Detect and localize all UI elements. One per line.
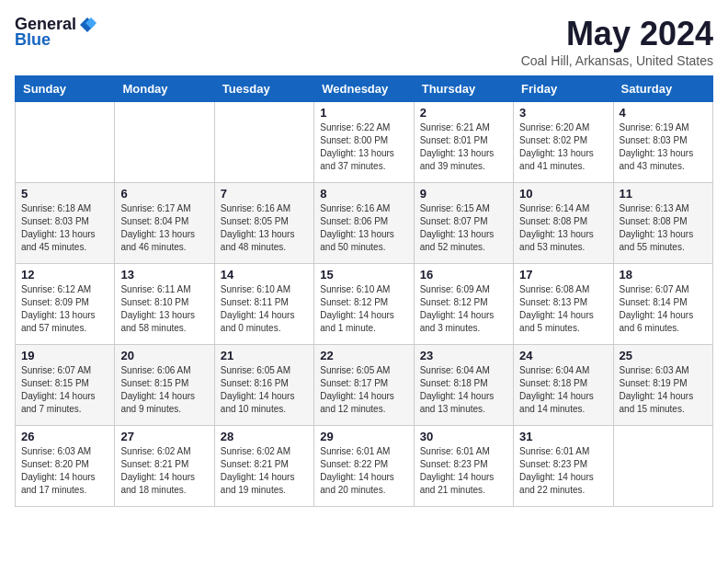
day-number: 22	[320, 349, 407, 362]
day-info: Sunrise: 6:15 AM Sunset: 8:07 PM Dayligh…	[420, 202, 507, 254]
day-info: Sunrise: 6:07 AM Sunset: 8:14 PM Dayligh…	[620, 283, 707, 335]
day-number: 29	[320, 430, 407, 443]
calendar-cell: 1Sunrise: 6:22 AM Sunset: 8:00 PM Daylig…	[314, 102, 414, 183]
calendar-table: SundayMondayTuesdayWednesdayThursdayFrid…	[15, 75, 713, 507]
day-info: Sunrise: 6:13 AM Sunset: 8:08 PM Dayligh…	[620, 202, 707, 254]
calendar-cell: 21Sunrise: 6:05 AM Sunset: 8:16 PM Dayli…	[214, 345, 313, 426]
calendar-cell: 28Sunrise: 6:02 AM Sunset: 8:21 PM Dayli…	[214, 426, 313, 507]
calendar-cell: 5Sunrise: 6:18 AM Sunset: 8:03 PM Daylig…	[16, 183, 115, 264]
day-info: Sunrise: 6:10 AM Sunset: 8:11 PM Dayligh…	[221, 283, 308, 335]
day-number: 7	[221, 187, 308, 201]
day-number: 9	[420, 187, 507, 201]
day-info: Sunrise: 6:12 AM Sunset: 8:09 PM Dayligh…	[21, 283, 108, 335]
month-title: May 2024	[521, 15, 713, 53]
day-number: 30	[420, 430, 507, 443]
calendar-cell: 30Sunrise: 6:01 AM Sunset: 8:23 PM Dayli…	[414, 426, 513, 507]
day-info: Sunrise: 6:22 AM Sunset: 8:00 PM Dayligh…	[320, 121, 407, 173]
calendar-cell: 27Sunrise: 6:02 AM Sunset: 8:21 PM Dayli…	[115, 426, 214, 507]
calendar-week-3: 12Sunrise: 6:12 AM Sunset: 8:09 PM Dayli…	[16, 264, 713, 345]
day-number: 11	[620, 187, 707, 201]
day-info: Sunrise: 6:14 AM Sunset: 8:08 PM Dayligh…	[519, 202, 607, 254]
calendar-week-1: 1Sunrise: 6:22 AM Sunset: 8:00 PM Daylig…	[16, 102, 713, 183]
day-info: Sunrise: 6:07 AM Sunset: 8:15 PM Dayligh…	[21, 364, 108, 416]
day-number: 26	[21, 430, 108, 443]
weekday-header-wednesday: Wednesday	[314, 76, 414, 102]
header: General Blue May 2024 Coal Hill, Arkansa…	[15, 15, 713, 68]
calendar-week-4: 19Sunrise: 6:07 AM Sunset: 8:15 PM Dayli…	[16, 345, 713, 426]
location: Coal Hill, Arkansas, United States	[521, 53, 713, 68]
day-info: Sunrise: 6:02 AM Sunset: 8:21 PM Dayligh…	[221, 445, 308, 497]
day-number: 10	[519, 187, 607, 201]
day-info: Sunrise: 6:03 AM Sunset: 8:20 PM Dayligh…	[21, 445, 108, 497]
calendar-cell: 17Sunrise: 6:08 AM Sunset: 8:13 PM Dayli…	[514, 264, 613, 345]
logo-icon	[78, 16, 97, 34]
calendar-cell: 23Sunrise: 6:04 AM Sunset: 8:18 PM Dayli…	[414, 345, 513, 426]
day-info: Sunrise: 6:05 AM Sunset: 8:17 PM Dayligh…	[320, 364, 407, 416]
calendar-cell	[214, 102, 313, 183]
day-number: 21	[221, 349, 308, 362]
calendar-cell: 22Sunrise: 6:05 AM Sunset: 8:17 PM Dayli…	[314, 345, 414, 426]
day-info: Sunrise: 6:21 AM Sunset: 8:01 PM Dayligh…	[420, 121, 507, 173]
day-info: Sunrise: 6:18 AM Sunset: 8:03 PM Dayligh…	[21, 202, 108, 254]
calendar-cell: 10Sunrise: 6:14 AM Sunset: 8:08 PM Dayli…	[514, 183, 613, 264]
day-number: 27	[120, 430, 208, 443]
day-info: Sunrise: 6:20 AM Sunset: 8:02 PM Dayligh…	[519, 121, 607, 173]
day-info: Sunrise: 6:01 AM Sunset: 8:23 PM Dayligh…	[519, 445, 607, 497]
calendar-cell: 31Sunrise: 6:01 AM Sunset: 8:23 PM Dayli…	[514, 426, 613, 507]
day-number: 23	[420, 349, 507, 362]
day-number: 17	[519, 268, 607, 282]
day-number: 2	[420, 106, 507, 120]
day-number: 24	[519, 349, 607, 362]
calendar-week-2: 5Sunrise: 6:18 AM Sunset: 8:03 PM Daylig…	[16, 183, 713, 264]
day-info: Sunrise: 6:16 AM Sunset: 8:05 PM Dayligh…	[221, 202, 308, 254]
title-area: May 2024 Coal Hill, Arkansas, United Sta…	[521, 15, 713, 68]
day-info: Sunrise: 6:01 AM Sunset: 8:22 PM Dayligh…	[320, 445, 407, 497]
day-info: Sunrise: 6:19 AM Sunset: 8:03 PM Dayligh…	[620, 121, 707, 173]
calendar-cell	[16, 102, 115, 183]
day-info: Sunrise: 6:06 AM Sunset: 8:15 PM Dayligh…	[120, 364, 208, 416]
day-info: Sunrise: 6:01 AM Sunset: 8:23 PM Dayligh…	[420, 445, 507, 497]
day-info: Sunrise: 6:16 AM Sunset: 8:06 PM Dayligh…	[320, 202, 407, 254]
weekday-header-thursday: Thursday	[414, 76, 513, 102]
day-info: Sunrise: 6:09 AM Sunset: 8:12 PM Dayligh…	[420, 283, 507, 335]
weekday-header-tuesday: Tuesday	[214, 76, 313, 102]
weekday-header-row: SundayMondayTuesdayWednesdayThursdayFrid…	[16, 76, 713, 102]
day-number: 31	[519, 430, 607, 443]
calendar-cell: 3Sunrise: 6:20 AM Sunset: 8:02 PM Daylig…	[514, 102, 613, 183]
day-number: 1	[320, 106, 407, 120]
day-info: Sunrise: 6:03 AM Sunset: 8:19 PM Dayligh…	[620, 364, 707, 416]
calendar-cell: 26Sunrise: 6:03 AM Sunset: 8:20 PM Dayli…	[16, 426, 115, 507]
day-number: 28	[221, 430, 308, 443]
calendar-cell: 25Sunrise: 6:03 AM Sunset: 8:19 PM Dayli…	[613, 345, 712, 426]
calendar-week-5: 26Sunrise: 6:03 AM Sunset: 8:20 PM Dayli…	[16, 426, 713, 507]
day-info: Sunrise: 6:02 AM Sunset: 8:21 PM Dayligh…	[120, 445, 208, 497]
calendar-cell: 9Sunrise: 6:15 AM Sunset: 8:07 PM Daylig…	[414, 183, 513, 264]
calendar-cell	[613, 426, 712, 507]
weekday-header-monday: Monday	[115, 76, 214, 102]
day-number: 12	[21, 268, 108, 282]
weekday-header-sunday: Sunday	[16, 76, 115, 102]
day-number: 19	[21, 349, 108, 362]
weekday-header-saturday: Saturday	[613, 76, 712, 102]
day-number: 5	[21, 187, 108, 201]
day-number: 4	[620, 106, 707, 120]
day-info: Sunrise: 6:04 AM Sunset: 8:18 PM Dayligh…	[420, 364, 507, 416]
calendar-cell: 15Sunrise: 6:10 AM Sunset: 8:12 PM Dayli…	[314, 264, 414, 345]
calendar-cell: 13Sunrise: 6:11 AM Sunset: 8:10 PM Dayli…	[115, 264, 214, 345]
weekday-header-friday: Friday	[514, 76, 613, 102]
calendar-cell: 12Sunrise: 6:12 AM Sunset: 8:09 PM Dayli…	[16, 264, 115, 345]
day-info: Sunrise: 6:04 AM Sunset: 8:18 PM Dayligh…	[519, 364, 607, 416]
calendar-cell: 8Sunrise: 6:16 AM Sunset: 8:06 PM Daylig…	[314, 183, 414, 264]
calendar-cell: 29Sunrise: 6:01 AM Sunset: 8:22 PM Dayli…	[314, 426, 414, 507]
calendar-cell: 24Sunrise: 6:04 AM Sunset: 8:18 PM Dayli…	[514, 345, 613, 426]
day-number: 8	[320, 187, 407, 201]
day-number: 25	[620, 349, 707, 362]
logo: General Blue	[15, 15, 97, 50]
calendar-cell: 2Sunrise: 6:21 AM Sunset: 8:01 PM Daylig…	[414, 102, 513, 183]
calendar-cell: 14Sunrise: 6:10 AM Sunset: 8:11 PM Dayli…	[214, 264, 313, 345]
day-number: 6	[120, 187, 208, 201]
calendar-cell: 18Sunrise: 6:07 AM Sunset: 8:14 PM Dayli…	[613, 264, 712, 345]
day-info: Sunrise: 6:17 AM Sunset: 8:04 PM Dayligh…	[120, 202, 208, 254]
calendar-cell: 7Sunrise: 6:16 AM Sunset: 8:05 PM Daylig…	[214, 183, 313, 264]
day-info: Sunrise: 6:11 AM Sunset: 8:10 PM Dayligh…	[120, 283, 208, 335]
